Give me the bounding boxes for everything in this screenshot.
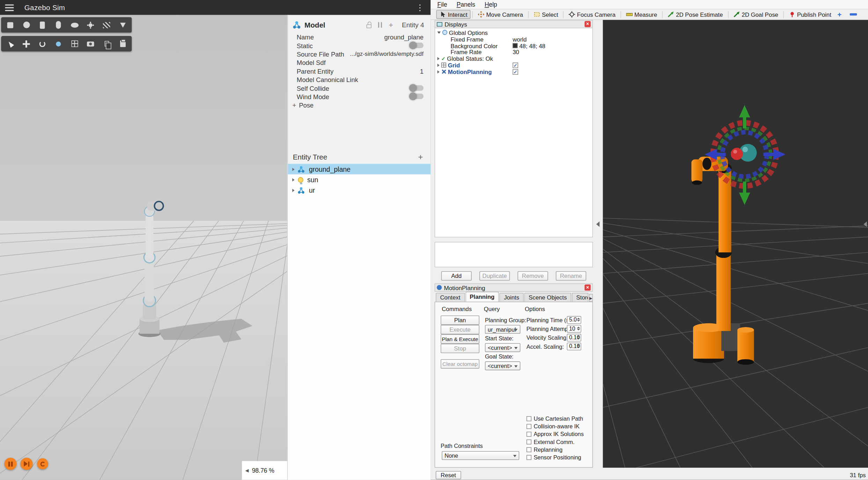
tool-measure[interactable]: Measure bbox=[623, 10, 660, 19]
goal-state-dropdown[interactable]: <current> bbox=[485, 361, 520, 370]
property-row-name[interactable]: Name ground_plane bbox=[288, 33, 431, 41]
stop-button[interactable]: Stop bbox=[441, 344, 479, 353]
tool-2d-pose-estimate[interactable]: 2D Pose Estimate bbox=[664, 10, 726, 19]
close-icon[interactable]: × bbox=[584, 285, 590, 290]
plan-button[interactable]: Plan bbox=[441, 316, 479, 325]
pause-button[interactable] bbox=[5, 458, 17, 470]
tool-2d-goal-pose[interactable]: 2D Goal Pose bbox=[730, 10, 781, 19]
use-cartesian-path-checkbox[interactable]: Use Cartesian Path bbox=[527, 416, 583, 422]
expand-caret-icon[interactable] bbox=[437, 57, 440, 60]
property-row-model-sdf[interactable]: Model Sdf bbox=[288, 58, 431, 67]
add-tool-button[interactable]: + bbox=[834, 10, 844, 19]
copy-button[interactable] bbox=[98, 37, 115, 51]
kebab-menu-icon[interactable]: ⋮ bbox=[413, 0, 426, 15]
planning-time-spinbox[interactable]: 5.0 bbox=[567, 316, 581, 324]
menu-file[interactable]: File bbox=[437, 1, 447, 8]
clear-octomap-button[interactable]: Clear octomap bbox=[441, 359, 479, 369]
sensor-positioning-checkbox[interactable]: Sensor Positioning bbox=[527, 455, 581, 460]
spin-arrows-icon[interactable] bbox=[577, 335, 580, 339]
external-comm-checkbox[interactable]: External Comm. bbox=[527, 439, 575, 445]
translate-tool-button[interactable] bbox=[18, 37, 34, 51]
expand-left-icon[interactable]: ◀ bbox=[245, 468, 249, 473]
tab-joints[interactable]: Joints bbox=[500, 293, 524, 302]
capsule-shape-button[interactable] bbox=[50, 18, 66, 32]
screenshot-button[interactable] bbox=[82, 37, 98, 51]
remove-tool-button[interactable] bbox=[850, 13, 857, 15]
accel-scaling-spinbox[interactable]: 0.10 bbox=[567, 342, 581, 350]
displays-titlebar[interactable]: Displays × bbox=[435, 20, 593, 28]
approx-ik-solutions-checkbox[interactable]: Approx IK Solutions bbox=[527, 431, 584, 437]
paste-button[interactable] bbox=[115, 37, 131, 51]
collapse-caret-icon[interactable] bbox=[437, 31, 441, 34]
expand-caret-icon[interactable] bbox=[292, 189, 294, 192]
tree-row-background-color[interactable]: Background Color 48; 48; 48 bbox=[435, 42, 592, 49]
directional-light-button[interactable] bbox=[98, 18, 115, 32]
tree-row-global-options[interactable]: Global Options bbox=[435, 29, 592, 36]
planning-attempts-spinbox[interactable]: 10 bbox=[567, 325, 581, 333]
entity-row-sun[interactable]: sun bbox=[288, 175, 431, 185]
step-button[interactable] bbox=[21, 458, 33, 470]
row-value[interactable]: 30 bbox=[513, 49, 519, 56]
row-value[interactable]: 48; 48; 48 bbox=[519, 42, 545, 49]
add-entity-icon[interactable]: + bbox=[418, 152, 423, 161]
tab-stored-scenes[interactable]: Stored Scenes bbox=[572, 293, 588, 302]
planning-group-dropdown[interactable]: ur_manipul bbox=[485, 325, 520, 334]
tree-row-grid[interactable]: Grid ✓ bbox=[435, 62, 592, 69]
self-collide-toggle[interactable] bbox=[410, 85, 424, 91]
select-tool-button[interactable] bbox=[2, 37, 18, 51]
tool-publish-point[interactable]: Publish Point bbox=[785, 10, 834, 19]
velocity-scaling-spinbox[interactable]: 0.10 bbox=[567, 334, 581, 341]
tool-move-camera[interactable]: Move Camera bbox=[475, 10, 526, 19]
tool-select[interactable]: Select bbox=[530, 10, 562, 19]
pose-expander-row[interactable]: + Pose bbox=[288, 101, 431, 109]
expand-caret-icon[interactable] bbox=[292, 168, 294, 171]
checkbox[interactable] bbox=[527, 416, 531, 421]
grid-enabled-checkbox[interactable]: ✓ bbox=[513, 62, 518, 68]
close-icon[interactable]: × bbox=[584, 21, 590, 27]
motionplanning-enabled-checkbox[interactable]: ✓ bbox=[513, 69, 518, 75]
row-value[interactable]: world bbox=[513, 36, 527, 43]
collision-aware-ik-checkbox[interactable]: Collision-aware IK bbox=[527, 423, 580, 429]
spin-arrows-icon[interactable] bbox=[577, 326, 580, 331]
reset-button[interactable]: Reset bbox=[436, 471, 461, 479]
execute-button[interactable]: Execute bbox=[441, 325, 479, 334]
spin-arrows-icon[interactable] bbox=[577, 317, 580, 322]
panel-collapse-right-icon[interactable] bbox=[863, 221, 867, 227]
tree-row-fixed-frame[interactable]: Fixed Frame world bbox=[435, 36, 592, 43]
property-row-model-canonical-link[interactable]: Model Canonical Link bbox=[288, 75, 431, 84]
add-display-button[interactable]: Add bbox=[441, 271, 472, 281]
entity-row-ground-plane[interactable]: ground_plane bbox=[288, 164, 431, 175]
checkbox[interactable] bbox=[527, 440, 531, 444]
view-angle-button[interactable] bbox=[66, 37, 82, 51]
wind-mode-toggle[interactable] bbox=[410, 94, 424, 99]
lock-icon[interactable] bbox=[367, 24, 372, 28]
tool-interact[interactable]: Interact bbox=[436, 10, 471, 19]
duplicate-display-button[interactable]: Duplicate bbox=[479, 271, 510, 281]
plan-and-execute-button[interactable]: Plan & Execute bbox=[441, 334, 479, 344]
menu-help[interactable]: Help bbox=[485, 1, 497, 8]
checkbox[interactable] bbox=[527, 432, 531, 437]
spot-light-button[interactable] bbox=[115, 18, 131, 32]
checkbox[interactable] bbox=[527, 424, 531, 429]
box-shape-button[interactable] bbox=[2, 18, 18, 32]
ellipsoid-shape-button[interactable] bbox=[66, 18, 82, 32]
tab-context[interactable]: Context bbox=[436, 293, 465, 302]
reset-sim-button[interactable] bbox=[37, 458, 48, 470]
remove-display-button[interactable]: Remove bbox=[517, 271, 548, 281]
tool-focus-camera[interactable]: Focus Camera bbox=[565, 10, 619, 19]
marker-center-sphere[interactable] bbox=[731, 148, 743, 160]
expand-plus-icon[interactable]: + bbox=[292, 101, 296, 109]
property-row-parent-entity[interactable]: Parent Entity 1 bbox=[288, 67, 431, 75]
tree-row-motionplanning[interactable]: MotionPlanning ✓ bbox=[435, 68, 592, 75]
tree-row-global-status[interactable]: ✓ Global Status: Ok bbox=[435, 56, 592, 62]
path-constraints-dropdown[interactable]: None bbox=[442, 451, 519, 460]
expand-caret-icon[interactable] bbox=[292, 178, 294, 182]
point-light-button[interactable] bbox=[82, 18, 98, 32]
spin-arrows-icon[interactable] bbox=[577, 344, 580, 348]
pause-updates-icon[interactable] bbox=[378, 22, 382, 28]
gazebo-3d-viewport[interactable]: ◀ 98.76 % bbox=[0, 15, 287, 480]
menu-panels[interactable]: Panels bbox=[457, 1, 475, 8]
expand-caret-icon[interactable] bbox=[437, 64, 440, 67]
tab-scene-objects[interactable]: Scene Objects bbox=[524, 293, 571, 302]
expand-caret-icon[interactable] bbox=[437, 70, 440, 74]
